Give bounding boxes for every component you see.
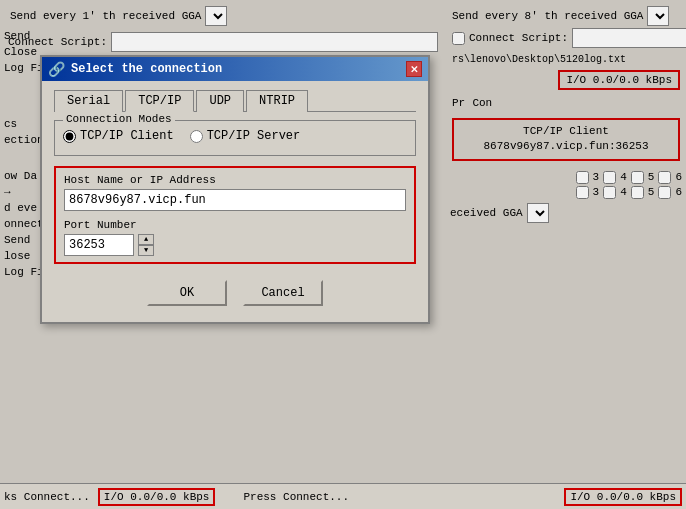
io-status-left-badge: I/O 0.0/0.0 kBps bbox=[98, 488, 216, 506]
tcpip-client-text: TCP/IP Client bbox=[80, 129, 174, 143]
connection-modes-label: Connection Modes bbox=[63, 113, 175, 125]
tcpip-server-text: TCP/IP Server bbox=[207, 129, 301, 143]
tcpip-server-radio[interactable] bbox=[190, 130, 203, 143]
radio-row: TCP/IP Client TCP/IP Server bbox=[63, 125, 407, 147]
dialog-titlebar: 🔗 Select the connection ✕ bbox=[42, 57, 428, 81]
io-status-right-badge: I/O 0.0/0.0 kBps bbox=[564, 488, 682, 506]
tcpip-client-radio-label[interactable]: TCP/IP Client bbox=[63, 129, 174, 143]
host-label: Host Name or IP Address bbox=[64, 174, 406, 186]
port-spin-down[interactable]: ▼ bbox=[138, 245, 154, 256]
tcpip-server-radio-label[interactable]: TCP/IP Server bbox=[190, 129, 301, 143]
dialog-footer: OK Cancel bbox=[54, 272, 416, 310]
port-label: Port Number bbox=[64, 219, 406, 231]
host-port-section: Host Name or IP Address Port Number ▲ ▼ bbox=[54, 166, 416, 264]
tab-bar: Serial TCP/IP UDP NTRIP bbox=[54, 89, 416, 112]
tcpip-client-radio[interactable] bbox=[63, 130, 76, 143]
ok-button[interactable]: OK bbox=[147, 280, 227, 306]
dialog-body: Serial TCP/IP UDP NTRIP Connection Modes… bbox=[42, 81, 428, 322]
status-left-text: ks Connect... bbox=[4, 491, 90, 503]
dialog-icon: 🔗 bbox=[48, 61, 65, 78]
tab-ntrip[interactable]: NTRIP bbox=[246, 90, 308, 112]
tab-tcpip[interactable]: TCP/IP bbox=[125, 90, 194, 112]
port-row: ▲ ▼ bbox=[64, 234, 406, 256]
dialog-title-text: Select the connection bbox=[71, 62, 222, 76]
status-middle-text: Press Connect... bbox=[243, 491, 349, 503]
port-input[interactable] bbox=[64, 234, 134, 256]
tab-serial[interactable]: Serial bbox=[54, 90, 123, 112]
dialog-close-button[interactable]: ✕ bbox=[406, 61, 422, 77]
connection-modes-group: Connection Modes TCP/IP Client TCP/IP Se… bbox=[54, 120, 416, 156]
port-field-group: Port Number ▲ ▼ bbox=[64, 219, 406, 256]
port-spin-up[interactable]: ▲ bbox=[138, 234, 154, 245]
port-spinner[interactable]: ▲ ▼ bbox=[138, 234, 154, 256]
connection-dialog: 🔗 Select the connection ✕ Serial TCP/IP … bbox=[40, 55, 430, 324]
host-input[interactable] bbox=[64, 189, 406, 211]
host-field-group: Host Name or IP Address bbox=[64, 174, 406, 211]
status-bar: ks Connect... I/O 0.0/0.0 kBps Press Con… bbox=[0, 483, 686, 509]
tab-udp[interactable]: UDP bbox=[196, 90, 244, 112]
dialog-title: 🔗 Select the connection bbox=[48, 61, 222, 78]
cancel-button[interactable]: Cancel bbox=[243, 280, 323, 306]
